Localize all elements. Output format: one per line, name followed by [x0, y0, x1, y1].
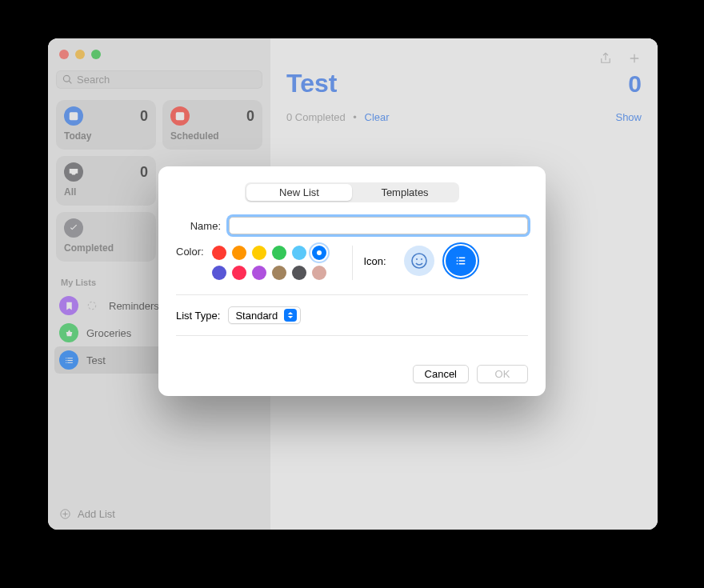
name-input[interactable]	[229, 217, 528, 234]
svg-point-5	[416, 258, 418, 260]
color-swatch[interactable]	[312, 266, 326, 280]
color-swatch[interactable]	[292, 266, 306, 280]
tab-templates[interactable]: Templates	[352, 184, 458, 201]
divider	[176, 294, 528, 295]
color-swatch[interactable]	[292, 246, 306, 260]
color-swatch[interactable]	[212, 266, 226, 280]
divider	[176, 335, 528, 336]
color-swatch[interactable]	[232, 246, 246, 260]
icon-label: Icon:	[364, 255, 386, 267]
name-label: Name:	[176, 220, 221, 232]
list-type-value: Standard	[235, 310, 278, 322]
emoji-picker-button[interactable]	[404, 246, 434, 276]
ok-button[interactable]: OK	[477, 365, 528, 383]
cancel-button[interactable]: Cancel	[413, 365, 469, 383]
dialog-tabs: New List Templates	[245, 182, 459, 202]
color-label: Color:	[176, 246, 204, 258]
list-type-label: List Type:	[176, 310, 220, 322]
color-swatch[interactable]	[272, 266, 286, 280]
list-icon-button[interactable]	[446, 246, 476, 276]
list-type-select[interactable]: Standard	[228, 306, 301, 324]
color-swatches	[212, 246, 341, 280]
list-bullet-icon	[454, 254, 468, 268]
color-swatch[interactable]	[212, 246, 226, 260]
svg-point-4	[412, 254, 426, 268]
svg-point-6	[421, 258, 422, 260]
color-swatch[interactable]	[232, 266, 246, 280]
tab-new-list[interactable]: New List	[246, 184, 352, 201]
color-swatch[interactable]	[252, 246, 266, 260]
color-swatch[interactable]	[272, 246, 286, 260]
new-list-dialog: New List Templates Name: Color: Icon:	[158, 166, 546, 396]
color-swatch[interactable]	[252, 266, 266, 280]
color-swatch[interactable]	[312, 246, 326, 260]
select-arrows-icon	[284, 309, 297, 322]
smiley-icon	[410, 251, 429, 270]
